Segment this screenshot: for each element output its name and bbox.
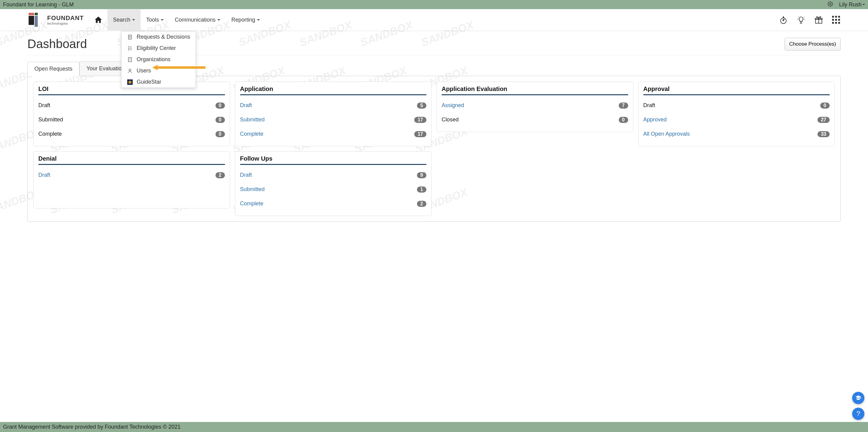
compass-icon[interactable] [779,16,788,24]
chevron-down-icon [132,19,135,21]
navbar: FOUNDANT technologies Search Tools Commu… [0,9,868,31]
card-row: Draft 9 [240,168,427,182]
card-row: Complete 2 [240,197,427,211]
menu-label: Organizations [137,56,170,63]
gift-icon[interactable] [814,16,823,24]
svg-marker-15 [152,65,158,70]
card-title: Follow Ups [240,155,427,165]
card-row: Closed 0 [442,112,628,127]
card-row: Assigned 7 [442,98,628,112]
card-row: Submitted 1 [240,182,427,197]
choose-processes-button[interactable]: Choose Process(es) [785,38,841,51]
lightbulb-icon[interactable] [797,16,805,24]
tab-open-requests[interactable]: Open Requests [27,62,80,76]
count-badge: 2 [215,172,225,178]
count-badge: 0 [619,117,628,123]
card-row: Complete 0 [38,127,225,141]
building-icon [127,57,133,63]
card-row: Submitted 0 [38,112,225,127]
tab-panel: LOI Draft 0 Submitted 0 Complete 0 Appli… [27,76,841,222]
card-row: All Open Approvals 33 [643,127,830,141]
svg-point-0 [830,3,831,5]
card-row: Draft 5 [240,98,427,112]
logo-brand: FOUNDANT [47,14,84,22]
top-bar: Foundant for Learning - GLM Lily Rush [0,0,868,9]
card-title: Approval [643,86,830,95]
card-row: Complete 17 [240,127,427,141]
card-row: Submitted 17 [240,112,427,127]
nav-tools[interactable]: Tools [141,9,169,30]
count-badge: 2 [417,201,426,207]
row-link[interactable]: Complete [240,200,264,207]
card-row: Draft 0 [38,98,225,112]
card-title: Application [240,86,427,95]
row-link[interactable]: All Open Approvals [643,131,690,137]
site-title: Foundant for Learning - GLM [3,2,74,8]
nav-communications[interactable]: Communications [169,9,226,30]
card-follow-ups: Follow Ups Draft 9 Submitted 1 Complete … [235,151,432,216]
chevron-down-icon [217,19,220,21]
card-row: Draft 2 [38,168,225,182]
svg-rect-2 [35,13,38,15]
row-label: Complete [38,131,62,137]
count-badge: 33 [817,131,830,137]
row-label: Closed [442,117,459,123]
menu-label: GuideStar [137,79,161,85]
card-approval: Approval Draft 0 Approved 27 All Open Ap… [638,81,835,146]
user-icon [127,68,133,74]
svg-rect-1 [29,13,34,15]
user-name: Lily Rush [839,2,862,8]
nav-search-label: Search [113,17,130,23]
settings-gear-icon[interactable] [828,1,833,8]
menu-organizations[interactable]: Organizations [121,54,196,65]
nav-reporting-label: Reporting [231,17,255,23]
nav-reporting[interactable]: Reporting [226,9,266,30]
row-link[interactable]: Draft [240,172,252,178]
nav-communications-label: Communications [175,17,215,23]
menu-guidestar[interactable]: GuideStar [121,76,196,88]
row-link[interactable]: Assigned [442,102,464,109]
svg-rect-10 [128,58,132,62]
chevron-down-icon [161,19,164,21]
count-badge: 1 [417,187,426,193]
logo-mark-icon [27,11,44,28]
search-dropdown: Requests & Decisions Eligibility Center … [121,31,196,88]
card-application-evaluation: Application Evaluation Assigned 7 Closed… [436,81,633,132]
document-icon [127,34,133,40]
menu-label: Eligibility Center [137,45,176,52]
nav-tools-label: Tools [146,17,159,23]
row-label: Submitted [38,117,63,123]
menu-requests-decisions[interactable]: Requests & Decisions [121,31,196,42]
card-loi: LOI Draft 0 Submitted 0 Complete 0 [33,81,230,146]
count-badge: 9 [417,172,426,178]
arrow-callout [152,65,206,71]
logo[interactable]: FOUNDANT technologies [27,11,84,28]
count-badge: 17 [414,131,426,137]
row-link[interactable]: Approved [643,117,667,123]
row-link[interactable]: Complete [240,131,264,137]
menu-eligibility-center[interactable]: Eligibility Center [121,42,196,54]
count-badge: 0 [215,102,225,109]
apps-grid-icon[interactable] [832,16,841,24]
svg-rect-4 [35,16,38,27]
card-row: Approved 27 [643,112,830,127]
svg-point-11 [129,69,131,71]
card-denial: Denial Draft 2 [33,151,230,208]
guidestar-icon [127,79,133,85]
chevron-down-icon [257,19,260,21]
count-badge: 17 [414,117,426,123]
card-title: Application Evaluation [442,86,628,95]
card-application: Application Draft 5 Submitted 17 Complet… [235,81,432,146]
menu-label: Requests & Decisions [137,34,190,40]
row-link[interactable]: Draft [38,172,50,178]
user-menu[interactable]: Lily Rush [839,2,865,8]
chevron-down-icon [863,4,865,5]
nav-search[interactable]: Search [107,9,141,30]
row-link[interactable]: Draft [240,102,252,109]
card-row: Draft 0 [643,98,830,112]
row-link[interactable]: Submitted [240,117,265,123]
count-badge: 27 [817,117,830,123]
home-icon[interactable] [94,15,103,25]
row-link[interactable]: Submitted [240,186,265,193]
page-title: Dashboard [27,37,87,51]
